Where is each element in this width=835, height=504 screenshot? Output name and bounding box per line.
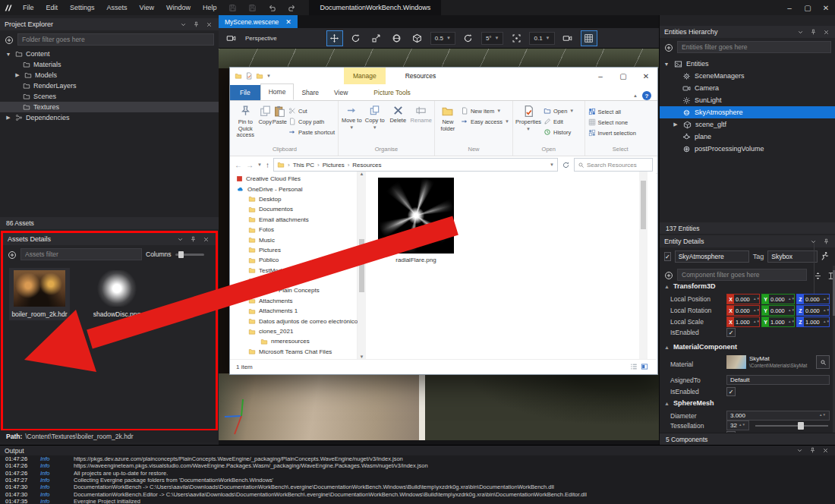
nav-onedrive-plain-concepts[interactable]: OneDrive - Plain Concepts [230, 285, 357, 295]
nav-nmeresources[interactable]: nmeresources [230, 336, 357, 346]
nav-attachments-1[interactable]: Attachments 1 [230, 306, 357, 316]
chevron-down-icon[interactable] [796, 27, 805, 36]
nav-scrollbar[interactable]: ▲ ▼ [358, 172, 366, 359]
nav-onedrive-personal[interactable]: OneDrive - Personal [230, 184, 357, 194]
materialcomponent-section-header[interactable]: ▲ MaterialComponent [664, 343, 737, 351]
nav-pictures[interactable]: Pictures [230, 245, 357, 255]
position-y-field[interactable]: Y0.000▲▼ [761, 294, 795, 304]
save-all-icon[interactable] [242, 0, 262, 15]
back-icon[interactable]: ← [235, 161, 242, 169]
move-tool-button[interactable] [326, 30, 343, 46]
nav-videos[interactable]: Videos [230, 276, 357, 285]
scale-z-field[interactable]: Z1.000▲▼ [796, 317, 830, 327]
select-all-button[interactable]: Select all [588, 108, 636, 115]
log-row[interactable]: 01:47:26Infohttps://waveengineteam.pkgs.… [0, 462, 835, 469]
rotation-z-field[interactable]: Z0.000▲▼ [796, 305, 830, 316]
qat-folder-icon[interactable] [235, 72, 242, 80]
crumb-pictures[interactable]: Pictures [323, 162, 345, 169]
up-icon[interactable]: ↑ [266, 161, 269, 169]
move-to-button[interactable]: Move to ▼ [340, 104, 364, 131]
assignedto-field[interactable]: Default [726, 375, 830, 385]
window-close-button[interactable]: ✕ [817, 0, 835, 15]
scene-viewport[interactable]: ▼ Manage Resources – ▢ ✕ File Home Share… [219, 49, 659, 440]
stepper-icon[interactable]: ▲▼ [824, 309, 829, 313]
add-circle-icon[interactable] [5, 33, 14, 46]
tessellation-slider[interactable] [755, 425, 828, 427]
explorer-content[interactable]: radialFlare.png [366, 172, 648, 359]
copy-path-button[interactable]: Copy path [288, 118, 335, 125]
rename-button[interactable]: Rename [410, 104, 433, 124]
menu-view[interactable]: View [134, 0, 160, 15]
menu-settings[interactable]: Settings [64, 0, 101, 15]
expand-arrow-icon[interactable]: ▶ [5, 115, 12, 121]
copy-to-button[interactable]: Copy to ▼ [364, 104, 387, 131]
stepper-icon[interactable]: ▲▼ [789, 309, 794, 313]
tree-item-textures[interactable]: Textures [0, 102, 219, 112]
properties-button[interactable]: Properties ▼ [515, 104, 542, 132]
paste-button[interactable]: Paste [273, 104, 287, 126]
easy-access-button[interactable]: Easy access ▼ [461, 118, 509, 125]
nav-testmodels[interactable]: TestModels [230, 266, 357, 276]
menu-file[interactable]: File [17, 0, 40, 15]
explorer-close-button[interactable]: ✕ [635, 68, 657, 84]
rotate-tool-button[interactable] [348, 31, 364, 46]
tab-file[interactable]: File [230, 85, 260, 100]
translate-snap-dropdown[interactable]: 0.5▼ [430, 32, 455, 45]
tree-item-content[interactable]: ▼ Content [0, 49, 219, 59]
nav-fotos[interactable]: Fotos [230, 225, 357, 235]
tab-home[interactable]: Home [260, 83, 295, 100]
scale-y-field[interactable]: Y1.000▲▼ [761, 317, 795, 327]
add-circle-icon[interactable] [664, 40, 673, 54]
scroll-up-icon[interactable]: ▲ [360, 172, 364, 176]
nav-desktop[interactable]: Desktop [230, 194, 357, 204]
assets-filter-input[interactable] [20, 248, 142, 260]
entity-entities-root[interactable]: ▼ Entities [660, 58, 835, 70]
log-row[interactable]: 01:47:35InfoEvergine Project initialized [0, 498, 835, 504]
qat-caret-icon[interactable]: ▼ [266, 74, 271, 78]
stepper-icon[interactable]: ▲▼ [789, 298, 794, 301]
component-filter-input[interactable] [677, 269, 807, 281]
log-row[interactable]: 01:47:30InfoDocumentationWorkBench.Edito… [0, 490, 835, 497]
edit-button[interactable]: Edit [544, 118, 574, 125]
delete-button[interactable]: Delete [386, 104, 410, 124]
forward-icon[interactable]: → [246, 161, 254, 169]
tree-item-scenes[interactable]: Scenes [0, 91, 219, 102]
save-icon[interactable] [222, 0, 242, 15]
redo-icon[interactable] [282, 0, 301, 15]
diameter-field[interactable]: 3.000 ▲▼ [726, 411, 830, 421]
crumb-resources[interactable]: Resources [352, 162, 381, 169]
file-radial-flare[interactable]: radialFlare.png [377, 178, 455, 263]
rotate-snap-dropdown[interactable]: 5°▼ [481, 32, 504, 45]
entity-scenemanagers[interactable]: SceneManagers [660, 70, 835, 82]
details-view-icon[interactable] [629, 362, 639, 371]
entity-enabled-checkbox[interactable]: ✓ [664, 252, 671, 261]
menu-edit[interactable]: Edit [40, 0, 65, 15]
recent-caret-icon[interactable]: ▼ [257, 162, 262, 167]
tab-close-icon[interactable]: ✕ [285, 18, 291, 26]
tree-item-dependencies[interactable]: ▶ Dependencies [0, 112, 219, 123]
cut-button[interactable]: Cut [288, 107, 335, 115]
nav-attachments[interactable]: Attachments [230, 296, 357, 306]
nav-documentos[interactable]: Documentos [230, 204, 357, 214]
rotate-snap-button[interactable] [461, 31, 476, 46]
run-entity-icon[interactable] [820, 249, 830, 263]
camera-mode-dropdown[interactable]: Perspective [241, 33, 281, 44]
qat-newfolder-icon[interactable] [256, 72, 263, 80]
columns-slider[interactable] [175, 254, 204, 256]
position-x-field[interactable]: X0.000▲▼ [726, 294, 760, 304]
nav-email-attachments[interactable]: Email attachments [230, 215, 357, 225]
asset-shadow-disc[interactable]: shadowDisc.png [87, 268, 147, 320]
entity-scene-gltf[interactable]: ▶ scene_gltf [660, 118, 835, 131]
log-row[interactable]: 01:47:27InfoCollecting Evergine package … [0, 477, 835, 484]
window-minimize-button[interactable]: – [780, 0, 799, 15]
invert-selection-button[interactable]: Invert selection [588, 129, 636, 137]
window-maximize-button[interactable]: ▢ [799, 0, 817, 15]
paste-shortcut-button[interactable]: Paste shortcut [288, 128, 335, 136]
expand-collapse-all-icon[interactable] [814, 269, 822, 282]
rotation-y-field[interactable]: Y0.000▲▼ [761, 305, 795, 316]
nav-publico[interactable]: Público [230, 255, 357, 265]
chevron-down-icon[interactable] [178, 20, 188, 29]
pin-icon[interactable] [188, 235, 198, 244]
transform-isenabled-checkbox[interactable]: ✓ [726, 328, 736, 337]
transform3d-section-header[interactable]: ▲ Transform3D [664, 282, 715, 290]
